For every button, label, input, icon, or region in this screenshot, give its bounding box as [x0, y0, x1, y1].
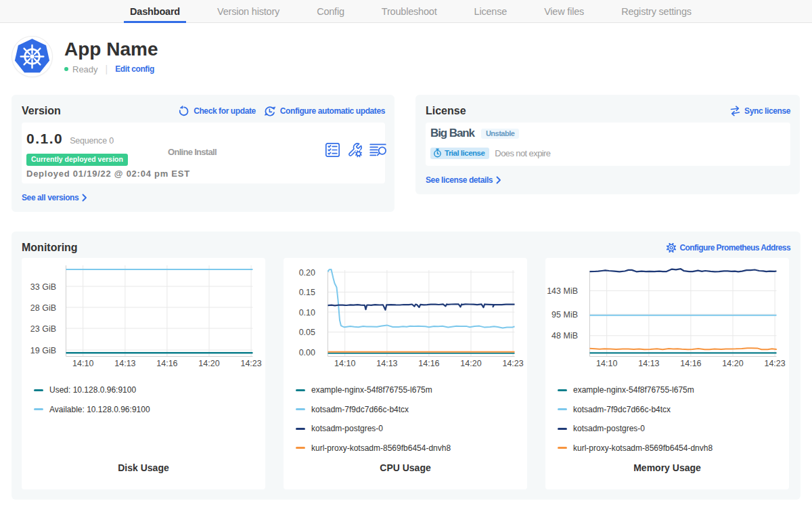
svg-text:14:20: 14:20: [460, 359, 481, 368]
svg-text:23 GiB: 23 GiB: [30, 324, 56, 334]
svg-text:14:10: 14:10: [72, 359, 93, 368]
svg-text:14:23: 14:23: [502, 359, 523, 368]
svg-text:95 MiB: 95 MiB: [551, 310, 578, 320]
svg-text:14:13: 14:13: [376, 359, 397, 368]
svg-text:14:16: 14:16: [680, 359, 701, 368]
svg-text:0.10: 0.10: [299, 308, 315, 317]
svg-text:14:16: 14:16: [156, 359, 177, 368]
svg-text:14:13: 14:13: [114, 359, 135, 368]
svg-text:0.05: 0.05: [299, 328, 315, 337]
svg-text:48 MiB: 48 MiB: [551, 331, 578, 341]
svg-text:28 GiB: 28 GiB: [30, 303, 56, 313]
svg-text:14:13: 14:13: [638, 359, 659, 368]
svg-text:143 MiB: 143 MiB: [547, 286, 578, 296]
svg-text:14:10: 14:10: [596, 359, 617, 368]
svg-text:33 GiB: 33 GiB: [30, 282, 56, 292]
svg-text:14:23: 14:23: [764, 359, 785, 368]
svg-text:0.15: 0.15: [299, 288, 315, 297]
svg-text:0.00: 0.00: [299, 348, 315, 357]
svg-text:14:23: 14:23: [240, 359, 261, 368]
svg-text:14:20: 14:20: [198, 359, 219, 368]
svg-text:14:20: 14:20: [722, 359, 743, 368]
svg-text:14:10: 14:10: [334, 359, 355, 368]
svg-text:19 GiB: 19 GiB: [30, 346, 56, 355]
svg-text:0.20: 0.20: [299, 268, 315, 278]
svg-text:14:16: 14:16: [418, 359, 439, 368]
